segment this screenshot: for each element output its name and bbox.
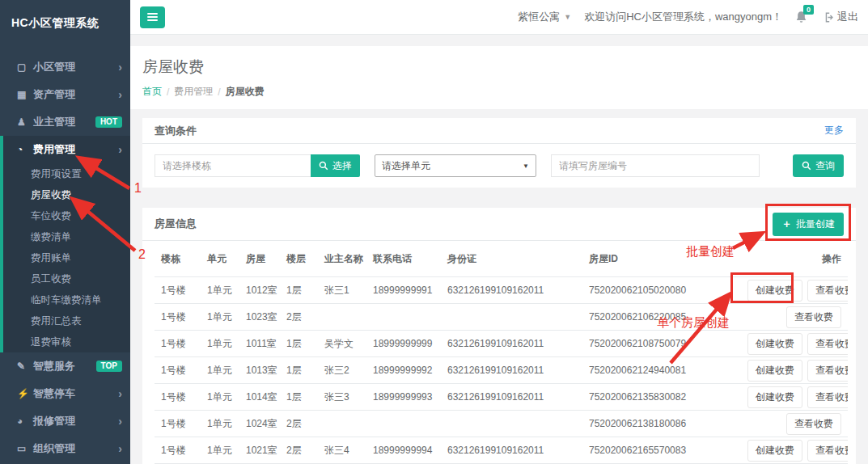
- chevron-right-icon: ›: [118, 88, 122, 101]
- sidebar-item-fee-item-setting[interactable]: 费用项设置: [0, 163, 130, 184]
- house-number-input[interactable]: [551, 154, 760, 177]
- table-cell: 752020062108750079: [582, 331, 736, 357]
- breadcrumb-separator: /: [167, 86, 169, 98]
- sidebar-item-owners[interactable]: ♟业主管理HOT: [0, 108, 130, 136]
- view-fee-button[interactable]: 查看收费: [807, 280, 848, 302]
- query-panel-title: 查询条件: [155, 124, 197, 138]
- sidebar-item-smart-service[interactable]: ✎智慧服务TOP: [0, 352, 130, 380]
- table-cell: 632126199109162011: [441, 357, 582, 384]
- sidebar-item-fee-summary[interactable]: 费用汇总表: [0, 310, 130, 331]
- search-button[interactable]: 查询: [793, 154, 844, 177]
- breadcrumb-home[interactable]: 首页: [142, 85, 162, 99]
- table-cell: 张三3: [318, 384, 366, 411]
- logout-label: 退出: [837, 10, 858, 24]
- table-cell: 2层: [280, 411, 318, 437]
- create-fee-button[interactable]: 创建收费: [747, 280, 802, 302]
- table-cell: 752020062135830082: [582, 384, 736, 411]
- create-fee-button[interactable]: 创建收费: [747, 386, 802, 408]
- sidebar-item-smart-parking[interactable]: ⚡智慧停车›: [0, 380, 130, 407]
- select-building-button[interactable]: 选择: [311, 154, 360, 177]
- table-cell: 1号楼: [155, 331, 201, 357]
- table-cell: [441, 411, 582, 437]
- row-actions: 查看收费: [736, 304, 848, 331]
- navbar-right: 紫恒公寓 ▼ 欢迎访问HC小区管理系统，wangyongm！ 0: [518, 10, 858, 24]
- view-fee-button[interactable]: 查看收费: [807, 360, 848, 382]
- table-cell: 1单元: [201, 437, 239, 464]
- sidebar-item-label: 员工收费: [31, 272, 71, 286]
- sidebar-item-house-fee[interactable]: 房屋收费: [0, 184, 130, 205]
- sidebar-item-repair-management[interactable]: ◕报修管理›: [0, 407, 130, 435]
- table-cell: 752020062105020080: [582, 277, 736, 304]
- row-actions: 创建收费查看收费: [736, 277, 848, 304]
- sidebar-item-label: 资产管理: [33, 87, 118, 102]
- page-title: 房屋收费: [142, 57, 856, 78]
- sidebar-item-label: 费用账单: [31, 251, 71, 265]
- table-cell: 1单元: [201, 384, 239, 411]
- sidebar-item-label: 车位收费: [31, 209, 71, 223]
- table-cell: 1013室: [239, 357, 280, 384]
- table-cell: 18999999999: [366, 331, 441, 357]
- sidebar-item-parking-fee[interactable]: 车位收费: [0, 205, 130, 226]
- table-cell: 1号楼: [155, 304, 201, 331]
- table-cell: 2层: [280, 437, 318, 464]
- sidebar-item-label: 费用汇总表: [31, 314, 82, 328]
- view-fee-button[interactable]: 查看收费: [807, 386, 848, 408]
- plus-icon: ＋: [781, 217, 792, 231]
- search-icon: [802, 161, 811, 171]
- sidebar-item-assets[interactable]: ▦资产管理›: [0, 81, 130, 108]
- table-cell: 632126199109162011: [441, 331, 582, 357]
- table-cell: [366, 304, 441, 331]
- query-form: 选择 请选择单元 ▼ 查询: [142, 144, 856, 188]
- sidebar-item-payment-list[interactable]: 缴费清单: [0, 226, 130, 247]
- sidebar-item-label: 临时车缴费清单: [31, 293, 102, 307]
- row-actions: 创建收费查看收费: [736, 437, 848, 464]
- top-navbar: 紫恒公寓 ▼ 欢迎访问HC小区管理系统，wangyongm！ 0: [130, 0, 868, 35]
- hamburger-icon: [147, 13, 158, 15]
- badge-top: TOP: [96, 361, 122, 372]
- table-cell: 752020062106220085: [582, 304, 736, 331]
- create-fee-button[interactable]: 创建收费: [747, 440, 802, 462]
- table-cell: 1号楼: [155, 277, 201, 304]
- row-actions: 创建收费查看收费: [736, 331, 848, 357]
- sidebar-item-refund-audit[interactable]: 退费审核: [0, 331, 130, 352]
- view-fee-button[interactable]: 查看收费: [786, 413, 841, 435]
- building-input[interactable]: [155, 154, 311, 177]
- monitor-icon: ▢: [17, 61, 32, 73]
- table-cell: 1层: [280, 277, 318, 304]
- create-fee-button[interactable]: 创建收费: [747, 333, 802, 355]
- table-cell: [366, 411, 441, 437]
- table-cell: [441, 304, 582, 331]
- more-link[interactable]: 更多: [824, 124, 844, 137]
- unit-select[interactable]: 请选择单元 ▼: [375, 154, 536, 177]
- sidebar-toggle-button[interactable]: [140, 6, 165, 28]
- table-cell: 张三2: [318, 357, 366, 384]
- sidebar-item-label: 退费审核: [31, 335, 71, 349]
- batch-create-button[interactable]: ＋ 批量创建: [773, 213, 844, 236]
- sidebar-item-label: 智慧停车: [33, 386, 118, 401]
- sidebar-item-label: 费用管理: [33, 142, 118, 157]
- column-header: 单元: [201, 241, 239, 277]
- sidebar-item-organization[interactable]: ▭组织管理›: [0, 435, 130, 462]
- table-cell: 1层: [280, 384, 318, 411]
- table-cell: 张三1: [318, 277, 366, 304]
- sidebar-item-staff-fee[interactable]: 员工收费: [0, 268, 130, 289]
- view-fee-button[interactable]: 查看收费: [807, 440, 848, 462]
- sidebar-item-fee-bill[interactable]: 费用账单: [0, 247, 130, 268]
- workspace-selector[interactable]: 紫恒公寓 ▼: [518, 10, 571, 24]
- sidebar-item-community[interactable]: ▢小区管理›: [0, 53, 130, 81]
- sidebar-item-temp-car-payment-list[interactable]: 临时车缴费清单: [0, 289, 130, 310]
- table-cell: 1号楼: [155, 411, 201, 437]
- monitor2-icon: ▭: [17, 443, 32, 454]
- create-fee-button[interactable]: 创建收费: [747, 360, 802, 382]
- house-info-panel: 房屋信息 ＋ 批量创建 楼栋单元房屋楼层业主名称联系电话身份证房屋ID操作 1号…: [142, 208, 856, 464]
- logout-button[interactable]: 退出: [822, 10, 858, 24]
- view-fee-button[interactable]: 查看收费: [786, 306, 841, 328]
- sidebar-item-label: 费用项设置: [31, 167, 82, 181]
- table-row: 1号楼1单元1023室2层752020062106220085查看收费: [155, 304, 848, 331]
- view-fee-button[interactable]: 查看收费: [807, 333, 848, 355]
- row-actions: 创建收费查看收费: [736, 357, 848, 384]
- column-header: 楼层: [280, 241, 318, 277]
- table-row: 1号楼1单元1011室1层吴学文189999999996321261991091…: [155, 331, 848, 357]
- notification-bell[interactable]: 0: [795, 11, 807, 24]
- sidebar-item-fee-management[interactable]: ◔费用管理›: [0, 136, 130, 163]
